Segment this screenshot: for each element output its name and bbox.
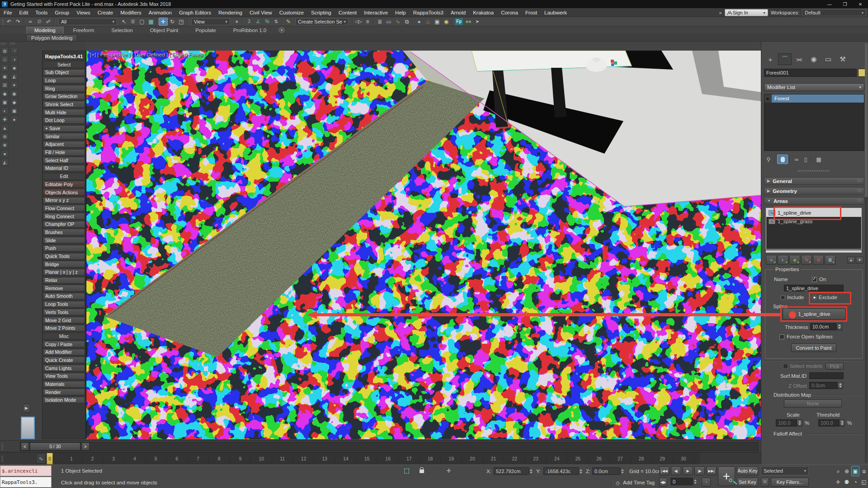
command-panel-tab[interactable]: ◉ bbox=[807, 53, 821, 65]
exclude-radio[interactable] bbox=[812, 295, 817, 300]
dock-toolbar-icon[interactable]: ▣ bbox=[10, 107, 18, 114]
toolbar-icon[interactable]: All bbox=[58, 18, 117, 25]
viewport-nav-icon[interactable]: ◱ bbox=[860, 477, 868, 487]
time-marker[interactable]: 0 bbox=[47, 453, 53, 465]
playback-button[interactable]: |◀◀ bbox=[659, 466, 670, 475]
menu-item[interactable]: Graph Editors bbox=[175, 8, 215, 17]
toolbar-icon[interactable] bbox=[186, 18, 189, 26]
viewport[interactable]: [+] [ Perspective ] [ User Defined ] [ E… bbox=[86, 51, 761, 439]
toolbar-icon[interactable]: ◁▷ bbox=[354, 18, 363, 26]
color-swatch-box[interactable] bbox=[21, 417, 35, 439]
toolbar-icon[interactable]: ∅ bbox=[35, 18, 44, 26]
add-spline-area-button[interactable]: ⟡+ bbox=[766, 255, 777, 265]
spline-pick-button[interactable]: 1_spline_drive bbox=[783, 308, 846, 320]
panel-scrollbar[interactable] bbox=[865, 43, 868, 463]
toolbar-icon[interactable]: ⧉ bbox=[402, 18, 411, 26]
toolbar-icon[interactable]: ➤ bbox=[473, 18, 482, 26]
time-configuration-icon[interactable]: ◔ bbox=[702, 478, 711, 487]
dock-toolbar-icon[interactable]: ⊞ bbox=[1, 81, 9, 89]
toolbar-icon[interactable]: View bbox=[191, 18, 230, 25]
dock-toolbar-icon[interactable]: ◆ bbox=[1, 90, 9, 97]
rappatools-button[interactable]: Loop bbox=[43, 77, 85, 84]
toolbar-icon[interactable] bbox=[351, 18, 354, 26]
menu-item[interactable]: Rendering bbox=[215, 8, 246, 17]
toolbar-icon[interactable]: ☰ bbox=[128, 18, 137, 26]
toolbar-icon[interactable]: Fp bbox=[455, 18, 463, 25]
toolbar-icon[interactable]: ☍ bbox=[44, 18, 53, 26]
dock-toolbar-icon[interactable]: ◉ bbox=[1, 73, 9, 80]
add-paint-area-button[interactable]: ✎+ bbox=[801, 255, 812, 265]
rappatools-button[interactable]: Champfer OP bbox=[43, 221, 85, 228]
configure-modifier-sets-icon[interactable]: ▦ bbox=[814, 155, 823, 164]
viewport-nav-icon[interactable]: ⊕ bbox=[843, 466, 851, 476]
menu-item[interactable]: Help bbox=[392, 8, 410, 17]
ribbon-tab[interactable]: Object Paint bbox=[142, 27, 186, 34]
remove-modifier-icon[interactable]: ▯ bbox=[801, 155, 810, 164]
dock-toolbar-icon[interactable]: ❖ bbox=[1, 141, 9, 149]
show-end-result-icon[interactable] bbox=[777, 155, 788, 164]
rappatools-button[interactable]: Adjacent bbox=[43, 141, 85, 148]
rappatools-button[interactable]: Sub Object bbox=[43, 69, 85, 76]
rappatools-button[interactable]: Ring Connect bbox=[43, 213, 85, 220]
object-name-field[interactable]: Forest001 bbox=[764, 69, 857, 77]
toolbar-icon[interactable]: 3 bbox=[245, 18, 254, 26]
toolbar-icon[interactable] bbox=[23, 18, 26, 26]
polygon-modeling-panel-tab[interactable]: Polygon Modeling bbox=[26, 34, 77, 42]
x-coordinate-field[interactable]: 522.792cm bbox=[494, 467, 529, 475]
ribbon-tab[interactable]: Selection bbox=[104, 27, 140, 34]
rappatools-button[interactable]: Move 2 Grid bbox=[43, 317, 85, 324]
dock-toolbar-icon[interactable]: ⊕ bbox=[1, 133, 9, 140]
time-slider-button[interactable]: 0 / 30 bbox=[30, 442, 80, 450]
rappatools-button[interactable]: Similar bbox=[43, 133, 85, 140]
dock-toolbar-icon[interactable]: ◭ bbox=[10, 73, 18, 80]
modifier-stack[interactable]: ▶ Forest bbox=[764, 94, 864, 151]
toolbar-icon[interactable] bbox=[156, 18, 159, 26]
rappatools-button[interactable]: Move 2 Points bbox=[43, 325, 85, 332]
move-area-down-button[interactable]: ▼ bbox=[856, 257, 863, 263]
rappatools-button[interactable]: Materials bbox=[43, 381, 85, 388]
ribbon-tab[interactable]: Modeling bbox=[26, 27, 64, 34]
panel-splitter[interactable] bbox=[797, 170, 829, 172]
rappatools-button[interactable]: Loop Tools bbox=[43, 301, 85, 308]
areas-list-item[interactable]: ∿ 1_spline_grass bbox=[766, 217, 861, 225]
flyout-arrow-button[interactable]: ▶ bbox=[23, 404, 30, 413]
dock-toolbar-icon[interactable]: ■ bbox=[10, 64, 18, 71]
command-panel-tab[interactable]: ⫘ bbox=[793, 53, 806, 65]
add-forest-area-button[interactable]: ♣+ bbox=[789, 255, 800, 265]
z-offset-spinner[interactable]: 0.0cm bbox=[809, 382, 843, 389]
dock-toolbar-icon[interactable]: ▲ bbox=[1, 124, 9, 131]
viewport-nav-icon[interactable]: ⧈ bbox=[860, 466, 868, 476]
make-unique-icon[interactable]: ∞ bbox=[792, 155, 801, 164]
rappatools-button[interactable]: Select Half bbox=[43, 157, 85, 164]
modifier-stack-row[interactable]: ▶ Forest bbox=[764, 94, 864, 103]
toolbar-icon[interactable]: ♣♣ bbox=[464, 18, 473, 26]
select-models-checkbox[interactable] bbox=[783, 364, 788, 369]
menu-item[interactable]: Laubwerk bbox=[541, 8, 571, 17]
toolbar-icon[interactable]: ▣ bbox=[433, 18, 442, 26]
ribbon-minimize-button[interactable]: ▾ bbox=[278, 27, 285, 33]
z-coordinate-field[interactable]: 0.0cm bbox=[592, 467, 620, 475]
toolbar-icon[interactable] bbox=[372, 18, 375, 26]
window-control-button[interactable]: — bbox=[822, 0, 837, 8]
areas-list-hscrollbar[interactable] bbox=[766, 250, 862, 253]
menu-item[interactable]: Tools bbox=[32, 8, 51, 17]
rappatools-button[interactable]: View Tools bbox=[43, 373, 85, 380]
y-coordinate-field[interactable]: -1658.423c bbox=[543, 467, 579, 475]
menu-item[interactable]: Modifiers bbox=[117, 8, 145, 17]
selection-set-dropdown[interactable]: Selected bbox=[761, 466, 809, 475]
viewport-nav-icon[interactable]: ⚉ bbox=[843, 477, 851, 487]
set-keys-button[interactable]: + bbox=[718, 466, 735, 486]
rappatools-button[interactable]: Planar | x | y | z bbox=[43, 269, 85, 276]
rappatools-button[interactable]: Material ID bbox=[43, 165, 85, 172]
dock-toolbar-icon[interactable]: ▣ bbox=[1, 99, 9, 106]
ribbon-tab[interactable]: Populate bbox=[188, 27, 223, 34]
toolbar-icon[interactable]: ∠ bbox=[254, 18, 263, 26]
menu-item[interactable]: Scripting bbox=[307, 8, 335, 17]
menu-item[interactable]: Edit bbox=[16, 8, 32, 17]
toolbar-icon[interactable]: ▭ bbox=[384, 18, 393, 26]
dock-toolbar-icon[interactable]: ◭ bbox=[1, 159, 9, 166]
command-panel-tab[interactable]: ▭ bbox=[821, 53, 835, 65]
toolbar-icon[interactable]: ◉ bbox=[442, 18, 451, 26]
toolbar-icon[interactable] bbox=[241, 18, 245, 26]
surf-mat-id-field[interactable] bbox=[809, 372, 844, 379]
